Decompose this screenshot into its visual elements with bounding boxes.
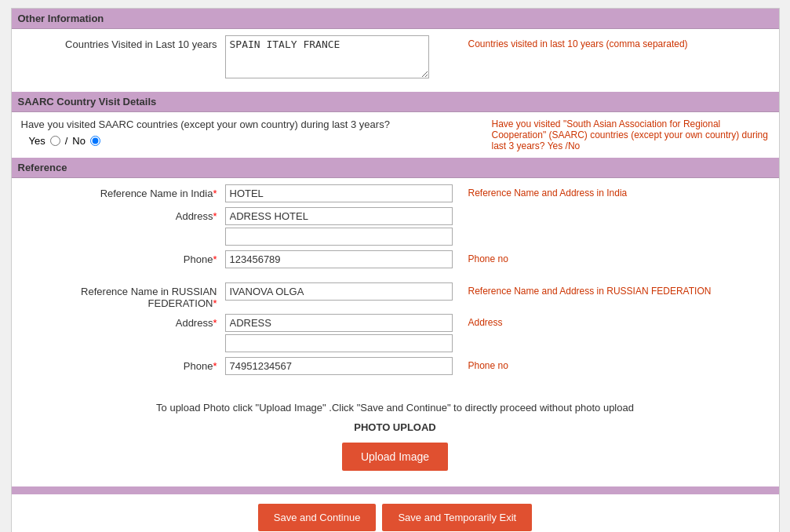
- photo-title: PHOTO UPLOAD: [21, 421, 770, 433]
- russia-address-help: Address: [453, 314, 770, 328]
- saarc-radio-row: Yes / No: [21, 135, 476, 147]
- other-information-content: Countries Visited in Last 10 years SPAIN…: [12, 29, 779, 92]
- russia-name-row: Reference Name in RUSSIAN FEDERATION* Re…: [21, 282, 770, 309]
- india-address-input2[interactable]: [225, 228, 453, 246]
- saarc-no-radio[interactable]: [90, 136, 100, 146]
- russia-address-label: Address*: [21, 314, 225, 329]
- countries-label: Countries Visited in Last 10 years: [21, 35, 225, 50]
- saarc-row: Have you visited SAARC countries (except…: [21, 118, 770, 151]
- russia-address-input1[interactable]: [225, 314, 453, 332]
- india-phone-row: Phone* Phone no: [21, 250, 770, 268]
- india-name-help: Reference Name and Address in India: [453, 184, 770, 199]
- india-phone-label: Phone*: [21, 250, 225, 265]
- russia-phone-help: Phone no: [453, 357, 770, 371]
- footer-buttons: Save and Continue Save and Temporarily E…: [12, 494, 779, 532]
- save-continue-button[interactable]: Save and Continue: [258, 504, 377, 531]
- photo-section: To upload Photo click "Upload Image" .Cl…: [12, 386, 779, 486]
- india-phone-help: Phone no: [453, 250, 770, 264]
- reference-content: Reference Name in India* Reference Name …: [12, 178, 779, 386]
- save-exit-button[interactable]: Save and Temporarily Exit: [382, 504, 532, 531]
- saarc-question-text: Have you visited SAARC countries (except…: [21, 118, 476, 130]
- russia-address-row: Address* Address: [21, 314, 770, 352]
- russia-name-help: Reference Name and Address in RUSSIAN FE…: [453, 282, 770, 297]
- russia-phone-input-cell: [225, 357, 453, 375]
- countries-input-cell: SPAIN ITALY FRANCE: [225, 35, 453, 81]
- yes-label: Yes: [29, 135, 46, 147]
- saarc-title: SAARC Country Visit Details: [18, 96, 157, 107]
- saarc-yes-radio[interactable]: [50, 136, 60, 146]
- russia-address-input-cell: [225, 314, 453, 352]
- india-address-help: [453, 207, 770, 210]
- russia-name-label: Reference Name in RUSSIAN FEDERATION*: [21, 282, 225, 309]
- other-information-title: Other Information: [18, 13, 104, 24]
- reference-title: Reference: [18, 162, 67, 173]
- india-address-row: Address*: [21, 207, 770, 246]
- india-name-row: Reference Name in India* Reference Name …: [21, 184, 770, 202]
- russia-address-input2[interactable]: [225, 334, 453, 352]
- india-name-input-cell: [225, 184, 453, 202]
- main-container: Other Information Countries Visited in L…: [11, 8, 780, 532]
- india-name-required: *: [213, 188, 217, 199]
- saarc-help: Have you visited "South Asian Associatio…: [476, 118, 770, 151]
- india-address-input1[interactable]: [225, 207, 453, 225]
- india-address-label: Address*: [21, 207, 225, 222]
- no-label: No: [72, 135, 86, 147]
- upload-image-button[interactable]: Upload Image: [342, 443, 448, 471]
- india-address-input-cell: [225, 207, 453, 246]
- saarc-header: SAARC Country Visit Details: [12, 92, 779, 112]
- russia-name-input-cell: [225, 282, 453, 301]
- countries-row: Countries Visited in Last 10 years SPAIN…: [21, 35, 770, 81]
- spacer: [21, 273, 770, 282]
- russia-phone-input[interactable]: [225, 357, 453, 375]
- separator: /: [65, 135, 68, 147]
- footer-bar: [12, 486, 779, 494]
- russia-name-input[interactable]: [225, 282, 453, 301]
- reference-header: Reference: [12, 158, 779, 178]
- saarc-content: Have you visited SAARC countries (except…: [12, 112, 779, 158]
- india-phone-input-cell: [225, 250, 453, 268]
- india-name-input[interactable]: [225, 184, 453, 202]
- photo-instructions: To upload Photo click "Upload Image" .Cl…: [21, 402, 770, 414]
- russia-phone-label: Phone*: [21, 357, 225, 372]
- countries-textarea[interactable]: SPAIN ITALY FRANCE: [225, 35, 429, 78]
- saarc-left: Have you visited SAARC countries (except…: [21, 118, 476, 147]
- other-information-header: Other Information: [12, 9, 779, 29]
- india-phone-input[interactable]: [225, 250, 453, 268]
- russia-phone-row: Phone* Phone no: [21, 357, 770, 375]
- countries-help: Countries visited in last 10 years (comm…: [453, 35, 770, 49]
- india-name-label: Reference Name in India*: [21, 184, 225, 199]
